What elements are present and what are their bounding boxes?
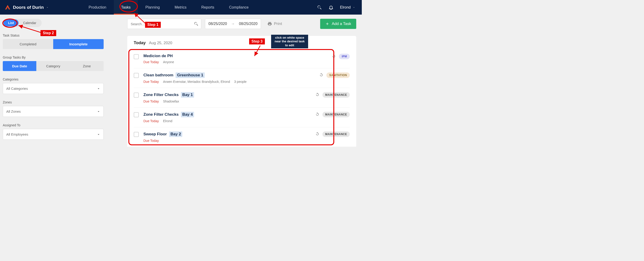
add-task-label: Add a Task [332,22,351,26]
user-name: Elrond [340,5,351,10]
zones-value: All Zones [3,106,104,117]
task-title-text: Zone Filter Checks [144,92,178,97]
print-button[interactable]: Print [268,22,282,26]
controls-bar: 08/25/2020 → 08/25/2020 Print Add a Task [127,19,356,29]
nav-planning[interactable]: Planning [138,0,167,14]
task-title-text: Medicion de PH [144,54,173,58]
recur-icon[interactable] [315,92,320,98]
task-assignees: Shadowfax [163,100,179,103]
task-right: IPM [332,54,350,59]
task-checkbox[interactable] [134,132,139,137]
zone-chip: Bay 4 [181,112,194,117]
task-due: Due Today [144,100,159,103]
task-checkbox[interactable] [134,54,139,59]
task-body: Zone Filter ChecksBay 1Due TodayShadowfa… [144,92,310,103]
task-assignees: Arwen Evenstar, Meriadoc Brandybuck, Elr… [163,80,230,84]
task-body: Medicion de PHDue TodayAnyone [144,54,327,64]
user-menu[interactable]: Elrond [340,5,355,10]
view-tab-list[interactable]: List [4,20,18,26]
task-title-text: Zone Filter Checks [144,112,178,117]
stages-label: Stages [3,146,104,147]
date-range-picker[interactable]: 08/25/2020 → 08/25/2020 [205,19,261,29]
category-pill: MAINTENANCE [322,112,350,117]
task-subline: Due TodayArwen Evenstar, Meriadoc Brandy… [144,80,314,84]
task-row[interactable]: Clean bathroomGreenhouse 1Due TodayArwen… [134,68,350,88]
header-right: Elrond [317,5,362,10]
recur-icon[interactable] [319,72,324,78]
search-icon[interactable] [317,5,322,10]
bell-icon[interactable] [328,5,334,10]
task-row[interactable]: Zone Filter ChecksBay 1Due TodayShadowfa… [134,88,350,108]
nav-metrics[interactable]: Metrics [167,0,194,14]
zone-chip: Greenhouse 1 [176,72,204,78]
print-icon [268,22,272,26]
task-right: MAINTENANCE [315,92,350,98]
app-header: Doors of Durin ProductionTasksPlanningMe… [0,0,362,14]
task-subline: Due TodayElrond [144,119,310,123]
zone-chip: Bay 2 [169,132,182,137]
group-by-toggle: Due DateCategoryZone [3,61,104,71]
brand-menu[interactable]: Doors of Durin [0,4,54,10]
task-assignees: Anyone [163,60,174,64]
arrow-right-icon: → [231,22,235,26]
nav-production[interactable]: Production [81,0,114,14]
plus-icon [325,22,330,26]
search-field-wrap [127,19,201,29]
assigned-label: Assigned To [3,123,104,127]
task-row[interactable]: Medicion de PHDue TodayAnyoneIPM [134,50,350,68]
task-subline: Due TodayShadowfax [144,100,310,103]
add-task-button[interactable]: Add a Task [320,19,356,29]
status-tab-incomplete[interactable]: Incomplete [53,39,104,49]
task-checkbox[interactable] [134,92,139,98]
search-input[interactable] [127,19,201,29]
task-status-toggle: CompletedIncomplete [3,39,104,49]
task-due: Due Today [144,60,159,64]
view-toggle: ListCalendar [3,19,42,27]
task-row[interactable]: Zone Filter ChecksBay 4Due TodayElrondMA… [134,108,350,127]
task-title-text: Clean bathroom [144,73,173,78]
view-tab-calendar[interactable]: Calendar [18,20,41,26]
task-due: Due Today [144,80,159,84]
group-by-label: Group Tasks By [3,56,104,59]
date-to: 08/25/2020 [239,22,258,26]
group-tab-category[interactable]: Category [36,61,70,71]
chevron-down-icon [46,6,49,9]
top-nav: ProductionTasksPlanningMetricsReportsCom… [81,0,256,14]
task-title: Clean bathroomGreenhouse 1 [144,72,314,78]
recur-icon[interactable] [315,112,320,117]
nav-tasks[interactable]: Tasks [114,0,138,14]
task-assignee-count: 3 people [234,80,246,84]
brand-name: Doors of Durin [13,5,44,10]
task-body: Sweep FloorBay 2Due Today [144,132,310,142]
task-list-card: Today Aug 25, 2020 Medicion de PHDue Tod… [127,36,356,147]
task-assignees: Elrond [163,119,172,123]
print-label: Print [274,22,282,26]
nav-reports[interactable]: Reports [194,0,222,14]
category-pill: MAINTENANCE [322,132,350,137]
recur-icon[interactable] [332,54,336,59]
group-tab-zone[interactable]: Zone [70,61,104,71]
zones-dropdown[interactable]: All Zones [3,106,104,117]
nav-compliance[interactable]: Compliance [222,0,256,14]
task-row[interactable]: Sweep FloorBay 2Due TodayMAINTENANCE [134,127,350,147]
task-title: Zone Filter ChecksBay 4 [144,112,310,117]
task-body: Clean bathroomGreenhouse 1Due TodayArwen… [144,72,314,84]
card-header: Today Aug 25, 2020 [134,40,350,45]
group-tab-due-date[interactable]: Due Date [3,61,36,71]
status-tab-completed[interactable]: Completed [3,39,53,49]
category-pill: MAINTENANCE [322,92,350,98]
task-right: MAINTENANCE [315,132,350,137]
task-title: Sweep FloorBay 2 [144,132,310,137]
task-checkbox[interactable] [134,73,139,78]
assigned-dropdown[interactable]: All Employees [3,129,104,140]
task-right: MAINTENANCE [315,112,350,117]
categories-dropdown[interactable]: All Categories [3,83,104,94]
zone-chip: Bay 1 [181,92,194,98]
recur-icon[interactable] [315,132,320,137]
today-date: Aug 25, 2020 [149,41,172,45]
task-due: Due Today [144,119,159,123]
search-icon[interactable] [194,22,198,26]
brand-logo-icon [5,4,11,10]
task-checkbox[interactable] [134,112,139,117]
task-status-label: Task Status [3,34,104,37]
